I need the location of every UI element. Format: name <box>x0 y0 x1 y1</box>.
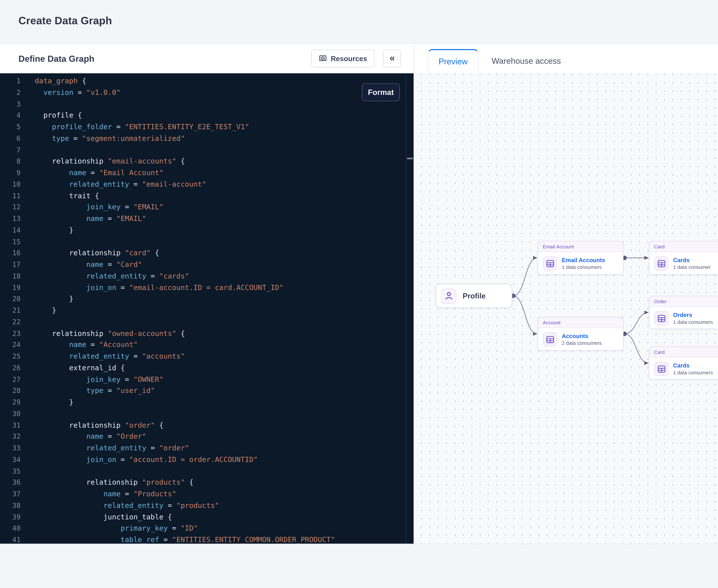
entity-type-label: Order <box>649 296 718 307</box>
code-line[interactable]: 2 version = "v1.0.0" <box>0 87 414 98</box>
entity-consumers-label: 1 data consumers <box>562 264 605 270</box>
code-line[interactable]: 31 relationship "order" { <box>0 419 414 431</box>
book-icon <box>319 54 327 63</box>
preview-tab-bar: Preview Warehouse access <box>414 44 718 74</box>
code-line[interactable]: 41 table_ref = "ENTITIES.ENTITY_COMMON.O… <box>0 534 414 544</box>
entity-consumers-label: 1 data consumers <box>673 370 713 376</box>
code-editor[interactable]: 1data_graph {2 version = "v1.0.0"34 prof… <box>0 74 414 544</box>
entity-type-label: Email Account <box>538 241 623 252</box>
entity-body: Cards1 data consumer <box>649 252 718 275</box>
table-icon <box>654 256 668 270</box>
entity-consumers-label: 2 data consumers <box>562 340 601 346</box>
collapse-panel-button[interactable]: « <box>383 49 401 67</box>
graph-canvas[interactable]: ProfileEmail AccountEmail Accounts1 data… <box>414 74 718 544</box>
code-line[interactable]: 15 <box>0 236 414 248</box>
code-line[interactable]: 32 name = "Order" <box>0 431 414 442</box>
code-line[interactable]: 40 primary_key = "ID" <box>0 523 414 534</box>
code-line[interactable]: 38 related_entity = "products" <box>0 500 414 511</box>
person-icon <box>441 288 456 303</box>
code-line[interactable]: 30 <box>0 408 414 419</box>
editor-scrollbar-track <box>406 74 406 544</box>
code-line[interactable]: 34 join_on = "account.ID = order.ACCOUNT… <box>0 454 414 465</box>
entity-body: Email Accounts1 data consumers <box>538 252 623 275</box>
entity-title-link[interactable]: Cards <box>673 257 711 263</box>
code-line[interactable]: 18 related_entity = "cards" <box>0 270 414 282</box>
top-bar: Create Data Graph Cancel <box>0 0 718 44</box>
code-line[interactable]: 10 related_entity = "email-account" <box>0 178 414 190</box>
editor-panel-header: Define Data Graph Resources « <box>0 44 414 74</box>
entity-title-link[interactable]: Accounts <box>562 333 601 339</box>
code-line[interactable]: 29 } <box>0 397 414 408</box>
entity-body: Cards1 data consumers <box>649 358 718 380</box>
code-line[interactable]: 24 name = "Account" <box>0 339 414 351</box>
code-line[interactable]: 14 } <box>0 225 414 236</box>
code-line[interactable]: 1data_graph { <box>0 76 414 87</box>
editor-scrollbar-thumb[interactable] <box>407 158 413 159</box>
entity-title-link[interactable]: Orders <box>673 312 713 318</box>
code-line[interactable]: 37 name = "Products" <box>0 488 414 500</box>
tab-preview[interactable]: Preview <box>428 49 478 74</box>
code-line[interactable]: 16 relationship "card" { <box>0 248 414 259</box>
code-line[interactable]: 39 junction_table { <box>0 511 414 523</box>
code-line[interactable]: 3 <box>0 98 414 110</box>
code-line[interactable]: 26 external_id { <box>0 362 414 374</box>
entity-node-card-bottom[interactable]: CardCards1 data consumers <box>649 346 718 380</box>
code-line[interactable]: 28 type = "user_id" <box>0 385 414 397</box>
entity-consumers-label: 1 data consumers <box>673 319 713 325</box>
entity-title-link[interactable]: Email Accounts <box>562 257 605 263</box>
page-title: Create Data Graph <box>19 15 112 27</box>
entity-type-label: Card <box>649 347 718 357</box>
table-icon <box>543 256 557 270</box>
entity-node-email-account[interactable]: Email AccountEmail Accounts1 data consum… <box>537 241 623 275</box>
table-icon <box>543 332 557 346</box>
table-icon <box>654 362 668 376</box>
code-line[interactable]: 19 join_on = "email-account.ID = card.AC… <box>0 282 414 293</box>
code-line[interactable]: 7 <box>0 144 414 156</box>
entity-body: Orders1 data consumers <box>649 307 718 330</box>
code-line[interactable]: 25 related_entity = "accounts" <box>0 351 414 362</box>
entity-type-label: Account <box>538 317 623 328</box>
code-line[interactable]: 23 relationship "owned-accounts" { <box>0 328 414 339</box>
profile-node[interactable]: Profile <box>436 284 512 308</box>
code-line[interactable]: 12 join_key = "EMAIL" <box>0 202 414 213</box>
code-line[interactable]: 36 relationship "products" { <box>0 477 414 488</box>
code-line[interactable]: 20 } <box>0 293 414 305</box>
double-chevron-left-icon: « <box>390 52 394 64</box>
code-line[interactable]: 27 join_key = "OWNER" <box>0 374 414 385</box>
code-lines: 1data_graph {2 version = "v1.0.0"34 prof… <box>0 74 414 544</box>
resources-button[interactable]: Resources <box>311 49 374 67</box>
entity-node-card-top[interactable]: CardCards1 data consumer <box>649 241 718 275</box>
code-line[interactable]: 21 } <box>0 305 414 316</box>
entity-body: Accounts2 data consumers <box>538 328 623 351</box>
code-line[interactable]: 13 name = "EMAIL" <box>0 213 414 225</box>
code-line[interactable]: 9 name = "Email Account" <box>0 167 414 178</box>
entity-node-order[interactable]: OrderOrders1 data consumers <box>649 296 718 329</box>
entity-node-account[interactable]: AccountAccounts2 data consumers <box>537 317 623 351</box>
footer-bar: Save <box>0 544 718 588</box>
code-line[interactable]: 6 type = "segment:unmaterialized" <box>0 133 414 144</box>
code-line[interactable]: 22 <box>0 316 414 328</box>
entity-type-label: Card <box>649 241 718 252</box>
tab-warehouse-access[interactable]: Warehouse access <box>491 49 562 74</box>
editor-panel-title: Define Data Graph <box>19 54 95 64</box>
code-line[interactable]: 8 relationship "email-accounts" { <box>0 156 414 167</box>
table-icon <box>654 311 668 325</box>
resources-button-label: Resources <box>331 55 367 62</box>
code-line[interactable]: 17 name = "Card" <box>0 259 414 270</box>
format-button[interactable]: Format <box>362 83 400 101</box>
code-line[interactable]: 4 profile { <box>0 110 414 121</box>
entity-consumers-label: 1 data consumer <box>673 264 711 270</box>
create-data-graph-page: Create Data Graph Cancel Define Data Gra… <box>0 0 718 588</box>
profile-node-label: Profile <box>463 292 486 300</box>
code-line[interactable]: 11 trait { <box>0 190 414 202</box>
entity-title-link[interactable]: Cards <box>673 362 713 369</box>
code-line[interactable]: 33 related_entity = "order" <box>0 442 414 454</box>
code-line[interactable]: 5 profile_folder = "ENTITIES.ENTITY_E2E_… <box>0 121 414 133</box>
code-line[interactable]: 35 <box>0 465 414 477</box>
